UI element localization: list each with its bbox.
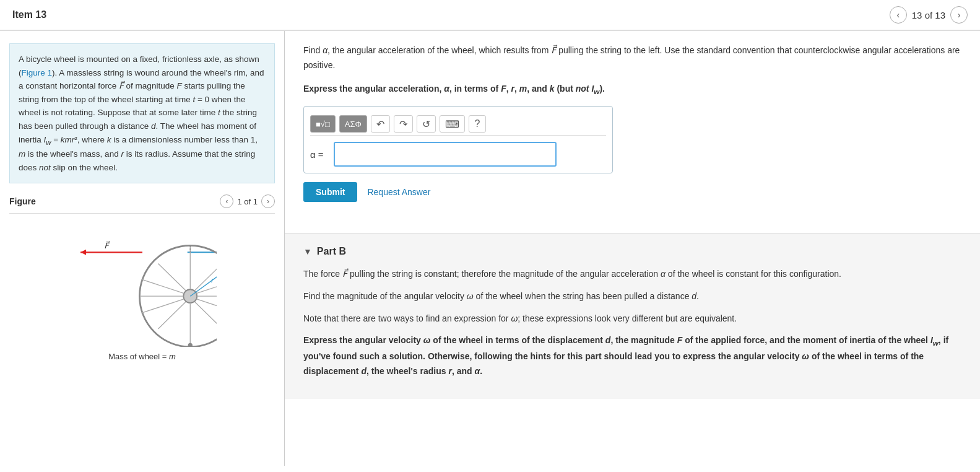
svg-line-18	[141, 299, 184, 313]
template-btn[interactable]: ■√□	[310, 115, 336, 133]
express-text: Express the angular acceleration, α, in …	[303, 82, 961, 97]
next-button[interactable]: ›	[950, 6, 968, 24]
item-label: Item 13	[12, 9, 46, 20]
right-content: Find α, the angular acceleration of the …	[285, 31, 980, 233]
prev-button[interactable]: ‹	[890, 6, 907, 24]
part-b-header: ▼ Part B	[303, 246, 961, 257]
submit-button[interactable]: Submit	[303, 182, 357, 202]
figure-header: Figure ‹ 1 of 1 ›	[9, 190, 275, 214]
refresh-btn[interactable]: ↺	[417, 115, 436, 133]
wheel-svg: F⃗	[68, 223, 217, 347]
left-panel: A bicycle wheel is mounted on a fixed, f…	[0, 31, 285, 466]
input-row: α =	[310, 142, 606, 167]
top-bar: Item 13 ‹ 13 of 13 ›	[0, 0, 980, 30]
mass-label: Mass of wheel = m	[19, 352, 266, 361]
right-panel: Find α, the angular acceleration of the …	[285, 31, 980, 466]
part-b-text4: Express the angular velocity ω of the wh…	[303, 333, 961, 378]
redo-btn[interactable]: ↷	[394, 115, 413, 133]
wheel-diagram: F⃗	[9, 214, 275, 370]
figure-nav: ‹ 1 of 1 ›	[220, 194, 275, 208]
figure-prev-btn[interactable]: ‹	[220, 194, 233, 208]
svg-line-13	[194, 302, 216, 330]
request-answer-link[interactable]: Request Answer	[367, 187, 430, 197]
collapse-icon[interactable]: ▼	[303, 247, 312, 256]
part-b-section: ▼ Part B The force F⃗ pulling the string…	[285, 233, 980, 399]
nav-count: 13 of 13	[912, 10, 945, 20]
math-editor-container: ■√□ ΑΣΦ ↶ ↷ ↺ ⌨ ? α =	[303, 106, 613, 173]
figure-section: Figure ‹ 1 of 1 › F⃗	[9, 190, 275, 370]
figure-link[interactable]: Figure 1	[22, 68, 53, 77]
toolbar-row: ■√□ ΑΣΦ ↶ ↷ ↺ ⌨ ?	[310, 113, 606, 136]
svg-marker-1	[80, 250, 86, 255]
actions-row: Submit Request Answer	[303, 182, 961, 202]
problem-text-part2: ). A massless string is wound around the…	[19, 68, 264, 172]
find-text: Find α, the angular acceleration of the …	[303, 43, 961, 73]
figure-next-btn[interactable]: ›	[261, 194, 275, 208]
main-layout: A bicycle wheel is mounted on a fixed, f…	[0, 31, 980, 466]
part-b-text1: The force F⃗ pulling the string is const…	[303, 267, 961, 282]
nav-controls: ‹ 13 of 13 ›	[890, 6, 968, 24]
part-b-title: Part B	[317, 246, 346, 257]
svg-text:r: r	[210, 276, 214, 285]
svg-text:F⃗: F⃗	[104, 241, 110, 250]
math-answer-input[interactable]	[334, 142, 557, 167]
part-b-text3: Note that there are two ways to find an …	[303, 312, 961, 326]
keyboard-btn[interactable]: ⌨	[440, 115, 465, 133]
input-label-alpha: α =	[310, 149, 329, 160]
part-b-text2: Find the magnitude of the angular veloci…	[303, 289, 961, 304]
problem-text-box: A bicycle wheel is mounted on a fixed, f…	[9, 43, 275, 183]
svg-line-16	[141, 279, 184, 294]
symbol-btn[interactable]: ΑΣΦ	[339, 115, 367, 133]
help-btn[interactable]: ?	[469, 115, 486, 133]
figure-page: 1 of 1	[237, 197, 258, 206]
figure-title: Figure	[9, 196, 36, 206]
undo-btn[interactable]: ↶	[371, 115, 390, 133]
